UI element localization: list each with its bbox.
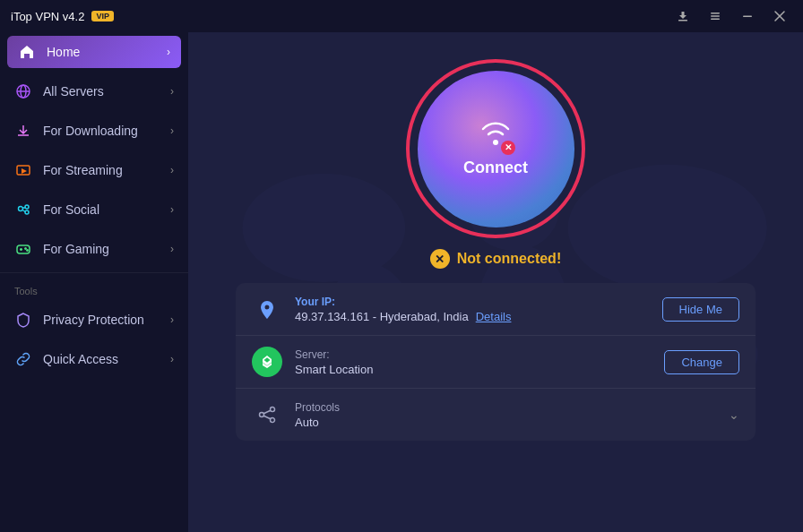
download-button[interactable]	[670, 7, 695, 25]
server-label: Server:	[295, 348, 664, 361]
menu-button[interactable]	[703, 7, 728, 25]
protocol-icon	[252, 399, 282, 430]
download-icon	[14, 122, 32, 140]
shield-icon	[14, 311, 32, 329]
svg-point-30	[271, 418, 275, 423]
details-link[interactable]: Details	[476, 310, 512, 323]
titlebar-left: iTop VPN v4.2 VIP	[11, 10, 114, 23]
hide-me-button[interactable]: Hide Me	[662, 297, 739, 322]
server-icon	[252, 347, 282, 377]
ip-row: Your IP: 49.37.134.161 - Hyderabad, Indi…	[236, 283, 756, 336]
ip-label-highlight: Your IP:	[295, 296, 335, 308]
protocol-label: Protocols	[295, 401, 729, 414]
status-warning-icon: ✕	[430, 249, 450, 269]
chevron-icon: ›	[170, 85, 174, 98]
sidebar-item-for-gaming[interactable]: For Gaming ›	[0, 229, 188, 269]
wifi-icon-container: ✕	[478, 121, 514, 153]
app-title: iTop VPN v4.2	[11, 10, 84, 23]
svg-rect-3	[711, 19, 720, 21]
globe-icon	[14, 82, 32, 100]
status-row: ✕ Not connected!	[430, 249, 561, 269]
svg-marker-11	[22, 168, 27, 174]
svg-point-28	[260, 413, 264, 417]
sidebar-item-for-social[interactable]: For Social ›	[0, 190, 188, 229]
svg-line-16	[22, 210, 25, 212]
sidebar-label-for-gaming: For Gaming	[43, 242, 109, 256]
svg-point-29	[271, 408, 275, 412]
connect-button[interactable]: ✕ Connect	[418, 71, 574, 227]
protocol-info-text: Protocols Auto	[295, 401, 729, 429]
protocol-expand-icon[interactable]: ⌄	[729, 408, 739, 422]
info-panel: Your IP: 49.37.134.161 - Hyderabad, Indi…	[236, 283, 756, 441]
sidebar-label-quick-access: Quick Access	[43, 352, 118, 366]
connect-label: Connect	[463, 159, 528, 177]
sidebar-label-all-servers: All Servers	[43, 84, 104, 99]
svg-point-20	[25, 248, 26, 249]
sidebar-label-for-downloading: For Downloading	[43, 124, 138, 138]
sidebar-item-quick-access[interactable]: Quick Access ›	[0, 339, 188, 379]
svg-point-21	[27, 250, 28, 251]
sidebar-item-all-servers[interactable]: All Servers ›	[0, 72, 188, 111]
sidebar-label-for-social: For Social	[43, 202, 99, 217]
svg-point-12	[19, 207, 23, 211]
chevron-icon: ›	[170, 124, 174, 137]
vip-badge: VIP	[91, 11, 114, 21]
sidebar-item-for-streaming[interactable]: For Streaming ›	[0, 150, 188, 190]
svg-line-31	[263, 410, 271, 414]
svg-point-26	[568, 165, 767, 291]
tools-section-label: Tools	[0, 277, 188, 300]
main-layout: Home › All Servers › For Downloading › F…	[0, 32, 803, 532]
chevron-icon: ›	[170, 243, 174, 255]
ip-info-text: Your IP: 49.37.134.161 - Hyderabad, Indi…	[295, 296, 662, 323]
content-area: ✕ Connect ✕ Not connected! Your IP:	[188, 32, 803, 532]
ip-value: 49.37.134.161 - Hyderabad, India Details	[295, 310, 662, 323]
server-value: Smart Location	[295, 363, 664, 376]
svg-line-32	[263, 416, 271, 419]
streaming-icon	[14, 161, 32, 179]
protocol-value: Auto	[295, 416, 729, 429]
svg-rect-1	[711, 13, 720, 14]
ip-address: 49.37.134.161 - Hyderabad, India	[295, 310, 469, 323]
minimize-button[interactable]	[735, 7, 760, 25]
protocol-row[interactable]: Protocols Auto ⌄	[236, 389, 756, 441]
wifi-x-icon: ✕	[501, 141, 515, 155]
svg-point-14	[25, 210, 29, 214]
link-icon	[14, 350, 32, 368]
svg-rect-4	[743, 16, 752, 18]
chevron-icon: ›	[167, 46, 170, 58]
sidebar-item-home[interactable]: Home ›	[7, 36, 181, 68]
titlebar: iTop VPN v4.2 VIP	[0, 0, 803, 32]
sidebar-item-privacy-protection[interactable]: Privacy Protection ›	[0, 300, 188, 339]
sidebar-item-for-downloading[interactable]: For Downloading ›	[0, 111, 188, 150]
sidebar-label-privacy-protection: Privacy Protection	[43, 313, 144, 327]
server-info-text: Server: Smart Location	[295, 348, 664, 376]
home-icon	[18, 43, 36, 61]
status-text: Not connected!	[457, 251, 561, 267]
sidebar: Home › All Servers › For Downloading › F…	[0, 32, 188, 532]
gaming-icon	[14, 240, 32, 258]
change-server-button[interactable]: Change	[664, 350, 739, 374]
sidebar-label-home: Home	[47, 45, 80, 59]
svg-point-13	[25, 205, 29, 209]
chevron-icon: ›	[170, 313, 174, 326]
svg-point-22	[243, 174, 406, 282]
vpn-circle-outer: ✕ Connect	[406, 59, 585, 238]
chevron-icon: ›	[170, 353, 174, 365]
vpn-circle-container: ✕ Connect	[406, 59, 585, 238]
chevron-icon: ›	[170, 164, 174, 176]
svg-rect-0	[678, 20, 687, 21]
titlebar-controls	[670, 7, 792, 25]
svg-rect-2	[711, 15, 720, 17]
chevron-icon: ›	[170, 203, 174, 216]
sidebar-label-for-streaming: For Streaming	[43, 163, 123, 177]
ip-label: Your IP:	[295, 296, 662, 308]
location-pin-icon	[252, 294, 282, 324]
server-row: Server: Smart Location Change	[236, 336, 756, 389]
social-icon	[14, 201, 32, 219]
sidebar-divider	[0, 272, 188, 273]
close-button[interactable]	[767, 7, 792, 25]
